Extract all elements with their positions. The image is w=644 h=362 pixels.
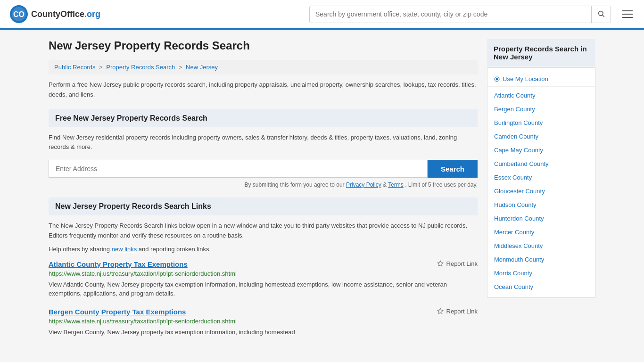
- sidebar-item-hunterdon[interactable]: Hunterdon County: [487, 212, 595, 225]
- logo-icon: CO: [9, 5, 28, 24]
- page-title: New Jersey Property Records Search: [49, 39, 478, 52]
- sidebar-item-essex[interactable]: Essex County: [487, 171, 595, 184]
- sidebar-item-mercer[interactable]: Mercer County: [487, 225, 595, 239]
- svg-point-3: [599, 11, 603, 15]
- links-section: New Jersey Property Records Search Links…: [49, 197, 478, 337]
- sidebar-item-bergen[interactable]: Bergen County: [487, 102, 595, 116]
- svg-line-4: [603, 15, 604, 17]
- sidebar-use-location[interactable]: Use My Location: [487, 72, 595, 87]
- address-input[interactable]: [49, 160, 428, 178]
- search-icon: [597, 10, 605, 17]
- sidebar-item-hudson[interactable]: Hudson County: [487, 198, 595, 212]
- sidebar-link-ocean[interactable]: Ocean County: [494, 283, 533, 290]
- sidebar: Property Records Search in New Jersey Us…: [487, 39, 595, 346]
- sidebar-link-atlantic[interactable]: Atlantic County: [494, 92, 535, 99]
- svg-point-5: [496, 78, 498, 80]
- link-url-bergen[interactable]: https://www.state.nj.us/treasury/taxatio…: [49, 318, 478, 325]
- sidebar-title: Property Records Search in New Jersey: [487, 39, 595, 66]
- address-search-button[interactable]: Search: [428, 160, 478, 178]
- links-intro: The New Jersey Property Records Search l…: [49, 221, 478, 241]
- sidebar-link-monmouth[interactable]: Monmouth County: [494, 256, 544, 263]
- header-search-bar: [309, 6, 611, 23]
- logo[interactable]: CO CountyOffice.org: [9, 5, 100, 24]
- sidebar-list: Use My Location Atlantic County Bergen C…: [487, 67, 595, 298]
- report-link-atlantic[interactable]: Report Link: [437, 260, 478, 267]
- link-desc-atlantic: View Atlantic County, New Jersey propert…: [49, 280, 478, 298]
- hamburger-menu-button[interactable]: [620, 8, 635, 20]
- free-search-description: Find New Jersey residential property rec…: [49, 133, 478, 153]
- sidebar-link-camden[interactable]: Camden County: [494, 133, 538, 140]
- link-title-atlantic[interactable]: Atlantic County Property Tax Exemptions: [49, 260, 188, 268]
- intro-text: Perform a free New Jersey public propert…: [49, 80, 478, 100]
- sidebar-link-burlington[interactable]: Burlington County: [494, 119, 543, 126]
- free-search-header: Free New Jersey Property Records Search: [49, 109, 478, 127]
- link-entry-bergen: Bergen County Property Tax Exemptions Re…: [49, 308, 478, 337]
- breadcrumb: Public Records > Property Records Search…: [49, 60, 478, 74]
- header-search-button[interactable]: [591, 6, 611, 23]
- main-content: New Jersey Property Records Search Publi…: [49, 39, 478, 346]
- logo-text: CountyOffice.org: [31, 9, 100, 19]
- sidebar-link-mercer[interactable]: Mercer County: [494, 229, 534, 236]
- breadcrumb-public-records[interactable]: Public Records: [54, 64, 95, 71]
- sidebar-link-hudson[interactable]: Hudson County: [494, 201, 537, 208]
- new-links-link[interactable]: new links: [112, 246, 137, 253]
- terms-link[interactable]: Terms: [388, 181, 404, 188]
- svg-text:CO: CO: [13, 10, 25, 18]
- sidebar-item-atlantic[interactable]: Atlantic County: [487, 89, 595, 102]
- report-icon-2: [437, 308, 444, 314]
- address-search-form: Search: [49, 160, 478, 178]
- sidebar-link-gloucester[interactable]: Gloucester County: [494, 188, 545, 195]
- link-entry-atlantic: Atlantic County Property Tax Exemptions …: [49, 260, 478, 298]
- sidebar-link-essex[interactable]: Essex County: [494, 174, 532, 181]
- sidebar-link-capemay[interactable]: Cape May County: [494, 147, 543, 154]
- link-title-bergen[interactable]: Bergen County Property Tax Exemptions: [49, 308, 186, 316]
- links-section-header: New Jersey Property Records Search Links: [49, 197, 478, 215]
- sidebar-link-middlesex[interactable]: Middlesex County: [494, 242, 543, 249]
- sidebar-link-morris[interactable]: Morris County: [494, 270, 532, 277]
- link-url-atlantic[interactable]: https://www.state.nj.us/treasury/taxatio…: [49, 270, 478, 277]
- sidebar-item-capemay[interactable]: Cape May County: [487, 143, 595, 157]
- breadcrumb-property-records[interactable]: Property Records Search: [106, 64, 175, 71]
- sidebar-item-morris[interactable]: Morris County: [487, 266, 595, 280]
- help-text: Help others by sharing new links and rep…: [49, 246, 478, 253]
- sidebar-item-gloucester[interactable]: Gloucester County: [487, 184, 595, 198]
- sidebar-item-middlesex[interactable]: Middlesex County: [487, 239, 595, 253]
- report-icon: [437, 260, 444, 267]
- location-icon: [494, 76, 500, 82]
- report-link-bergen[interactable]: Report Link: [437, 308, 478, 315]
- header-search-input[interactable]: [310, 7, 591, 22]
- use-my-location-link[interactable]: Use My Location: [503, 75, 548, 82]
- sidebar-link-bergen[interactable]: Bergen County: [494, 106, 535, 113]
- sidebar-link-cumberland[interactable]: Cumberland County: [494, 160, 549, 167]
- sidebar-item-cumberland[interactable]: Cumberland County: [487, 157, 595, 171]
- sidebar-item-burlington[interactable]: Burlington County: [487, 116, 595, 130]
- link-desc-bergen: View Bergen County, New Jersey property …: [49, 328, 478, 337]
- form-disclaimer: By submitting this form you agree to our…: [49, 181, 478, 188]
- sidebar-item-monmouth[interactable]: Monmouth County: [487, 253, 595, 266]
- sidebar-link-hunterdon[interactable]: Hunterdon County: [494, 215, 544, 222]
- breadcrumb-new-jersey[interactable]: New Jersey: [186, 64, 218, 71]
- privacy-policy-link[interactable]: Privacy Policy: [346, 181, 381, 188]
- sidebar-item-ocean[interactable]: Ocean County: [487, 280, 595, 294]
- sidebar-item-camden[interactable]: Camden County: [487, 130, 595, 143]
